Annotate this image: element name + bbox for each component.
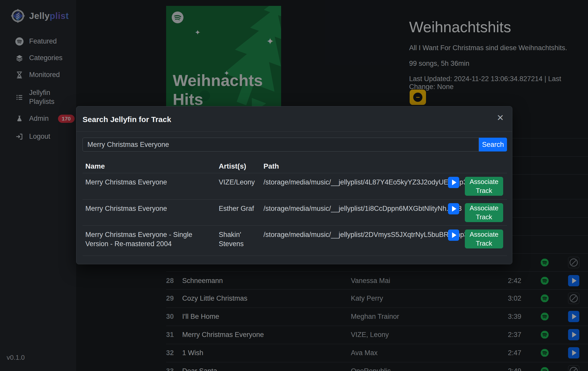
- play-icon: [452, 232, 456, 238]
- modal-title: Search Jellyfin for Track: [83, 115, 171, 124]
- associate-track-button[interactable]: Associate Track: [465, 203, 503, 222]
- result-name: Merry Christmas Everyone - Single Versio…: [85, 230, 217, 249]
- row-divider: [83, 173, 507, 173]
- column-header-name: Name: [85, 162, 105, 170]
- result-path: /storage/media/music/__jellyplist/4L87Y4…: [263, 178, 467, 187]
- preview-play-button[interactable]: [448, 203, 459, 214]
- app-screen: ✦ ✦ ✦ Weihnachts Hits Weihnachtshits All…: [0, 0, 588, 371]
- associate-track-button[interactable]: Associate Track: [465, 230, 503, 248]
- preview-play-button[interactable]: [448, 230, 459, 241]
- row-divider: [83, 199, 507, 200]
- result-path: /storage/media/music/__jellyplist/2DVmys…: [263, 230, 468, 239]
- result-artists: Esther Graf: [219, 204, 260, 213]
- row-divider: [83, 256, 507, 256]
- play-icon: [452, 206, 456, 212]
- result-name: Merry Christmas Everyone: [85, 178, 217, 187]
- modal-header-divider: [76, 131, 512, 132]
- column-header-path: Path: [263, 162, 279, 170]
- result-name: Merry Christmas Everyone: [85, 204, 217, 213]
- preview-play-button[interactable]: [448, 177, 459, 188]
- search-button[interactable]: Search: [479, 138, 507, 151]
- associate-track-button[interactable]: Associate Track: [465, 177, 503, 196]
- play-icon: [452, 180, 456, 185]
- close-icon[interactable]: ✕: [495, 113, 506, 122]
- search-jellyfin-modal: Search Jellyfin for Track ✕ Search Name …: [76, 106, 512, 264]
- result-artists: VIZE/Leony: [219, 178, 260, 187]
- column-header-artists: Artist(s): [219, 162, 246, 170]
- result-artists: Shakin' Stevens: [219, 230, 260, 249]
- result-path: /storage/media/music/__jellyplist/1i8CcD…: [263, 204, 462, 213]
- search-input[interactable]: [83, 138, 479, 151]
- row-divider: [83, 225, 507, 226]
